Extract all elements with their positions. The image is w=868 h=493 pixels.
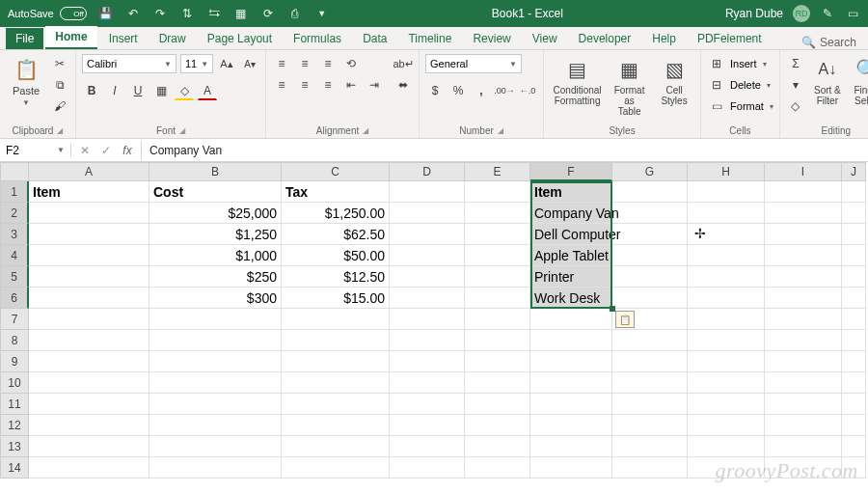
italic-button[interactable]: I: [105, 81, 124, 100]
row-header[interactable]: 5: [0, 266, 29, 288]
borders-icon[interactable]: ▦: [233, 6, 249, 21]
cell-i3[interactable]: [765, 224, 842, 245]
cell-g8[interactable]: [612, 330, 688, 351]
cell-d11[interactable]: [390, 394, 465, 415]
cell-f10[interactable]: [530, 372, 612, 394]
orientation-icon[interactable]: ⟲: [341, 54, 361, 73]
cell-h12[interactable]: [688, 415, 765, 436]
cell-a8[interactable]: [29, 330, 149, 351]
increase-indent-icon[interactable]: ⇥: [365, 75, 384, 95]
cell-c9[interactable]: [282, 351, 390, 372]
cell-b8[interactable]: [149, 330, 282, 351]
cell-e9[interactable]: [465, 351, 530, 372]
row-header[interactable]: 10: [0, 372, 29, 394]
tab-insert[interactable]: Insert: [99, 28, 148, 49]
cell-i2[interactable]: [765, 203, 842, 224]
cell-j1[interactable]: [842, 181, 866, 203]
tab-developer[interactable]: Developer: [569, 28, 641, 49]
format-cells-button[interactable]: ▭Format▾: [707, 96, 773, 116]
increase-decimal-icon[interactable]: .00→: [495, 81, 514, 100]
save-icon[interactable]: 💾: [98, 6, 114, 21]
tab-review[interactable]: Review: [463, 28, 520, 49]
col-header-h[interactable]: H: [688, 162, 765, 181]
row-header[interactable]: 11: [0, 394, 29, 415]
col-header-f[interactable]: F: [530, 162, 612, 181]
row-header[interactable]: 3: [0, 224, 29, 245]
cell-g5[interactable]: [612, 266, 688, 288]
cell-i8[interactable]: [765, 330, 842, 351]
tab-timeline[interactable]: Timeline: [398, 28, 461, 49]
tab-pdfelement[interactable]: PDFelement: [688, 28, 772, 49]
cell-j11[interactable]: [842, 394, 866, 415]
cell-b11[interactable]: [149, 394, 282, 415]
align-left-icon[interactable]: ≡: [272, 75, 291, 95]
fill-icon[interactable]: ▾: [786, 75, 805, 95]
delete-cells-button[interactable]: ⊟Delete▾: [707, 75, 773, 95]
sort-icon[interactable]: ⇅: [179, 6, 195, 21]
cell-d1[interactable]: [390, 181, 465, 203]
increase-font-icon[interactable]: A▴: [217, 54, 236, 73]
cell-c7[interactable]: [282, 309, 390, 330]
refresh-icon[interactable]: ⟳: [260, 6, 276, 21]
cell-f3[interactable]: Dell Computer: [530, 224, 612, 245]
cell-j9[interactable]: [842, 351, 866, 372]
touch-mode-icon[interactable]: ⮀: [206, 6, 222, 21]
cell-h7[interactable]: [688, 309, 765, 330]
cell-e11[interactable]: [465, 394, 530, 415]
merge-center-icon[interactable]: ⬌: [393, 75, 413, 95]
align-center-icon[interactable]: ≡: [295, 75, 314, 95]
cell-a14[interactable]: [29, 457, 149, 479]
cell-h9[interactable]: [688, 351, 765, 372]
decrease-decimal-icon[interactable]: ←.0: [518, 81, 537, 100]
tab-draw[interactable]: Draw: [149, 28, 196, 49]
cell-f5[interactable]: Printer: [530, 266, 612, 288]
cell-e5[interactable]: [465, 266, 530, 288]
cell-h8[interactable]: [688, 330, 765, 351]
decrease-indent-icon[interactable]: ⇤: [341, 75, 361, 95]
align-bottom-icon[interactable]: ≡: [318, 54, 338, 73]
underline-button[interactable]: U: [128, 81, 148, 100]
col-header-c[interactable]: C: [282, 162, 390, 181]
col-header-d[interactable]: D: [390, 162, 465, 181]
cell-j12[interactable]: [842, 415, 866, 436]
copy-icon[interactable]: ⧉: [50, 75, 69, 95]
cell-f11[interactable]: [530, 394, 612, 415]
cell-j10[interactable]: [842, 372, 866, 394]
cell-g12[interactable]: [612, 415, 688, 436]
cell-c6[interactable]: $15.00: [282, 288, 390, 309]
cell-g3[interactable]: [612, 224, 688, 245]
cell-a6[interactable]: [29, 288, 149, 309]
row-header[interactable]: 1: [0, 181, 29, 203]
cell-b7[interactable]: [149, 309, 282, 330]
row-header[interactable]: 12: [0, 415, 29, 436]
alignment-launcher-icon[interactable]: ◢: [363, 126, 368, 135]
paste-options-button[interactable]: 📋: [615, 311, 635, 328]
cell-e10[interactable]: [465, 372, 530, 394]
cell-g13[interactable]: [612, 436, 688, 457]
cell-f4[interactable]: Apple Tablet: [530, 245, 612, 266]
cell-d14[interactable]: [390, 457, 465, 479]
format-painter-icon[interactable]: 🖌: [50, 96, 69, 116]
cell-c8[interactable]: [282, 330, 390, 351]
cell-a10[interactable]: [29, 372, 149, 394]
cell-b4[interactable]: $1,000: [149, 245, 282, 266]
row-header[interactable]: 4: [0, 245, 29, 266]
cell-i9[interactable]: [765, 351, 842, 372]
cell-c10[interactable]: [282, 372, 390, 394]
cell-e1[interactable]: [465, 181, 530, 203]
cell-b5[interactable]: $250: [149, 266, 282, 288]
font-size-select[interactable]: 11▼: [180, 54, 213, 73]
cell-e12[interactable]: [465, 415, 530, 436]
cell-e13[interactable]: [465, 436, 530, 457]
row-header[interactable]: 2: [0, 203, 29, 224]
cell-f9[interactable]: [530, 351, 612, 372]
cell-g9[interactable]: [612, 351, 688, 372]
tab-page-layout[interactable]: Page Layout: [198, 28, 282, 49]
cell-h5[interactable]: [688, 266, 765, 288]
cell-g1[interactable]: [612, 181, 688, 203]
cell-b10[interactable]: [149, 372, 282, 394]
cell-f6[interactable]: Work Desk: [530, 288, 612, 309]
col-header-e[interactable]: E: [465, 162, 530, 181]
cell-i13[interactable]: [765, 436, 842, 457]
cell-a4[interactable]: [29, 245, 149, 266]
